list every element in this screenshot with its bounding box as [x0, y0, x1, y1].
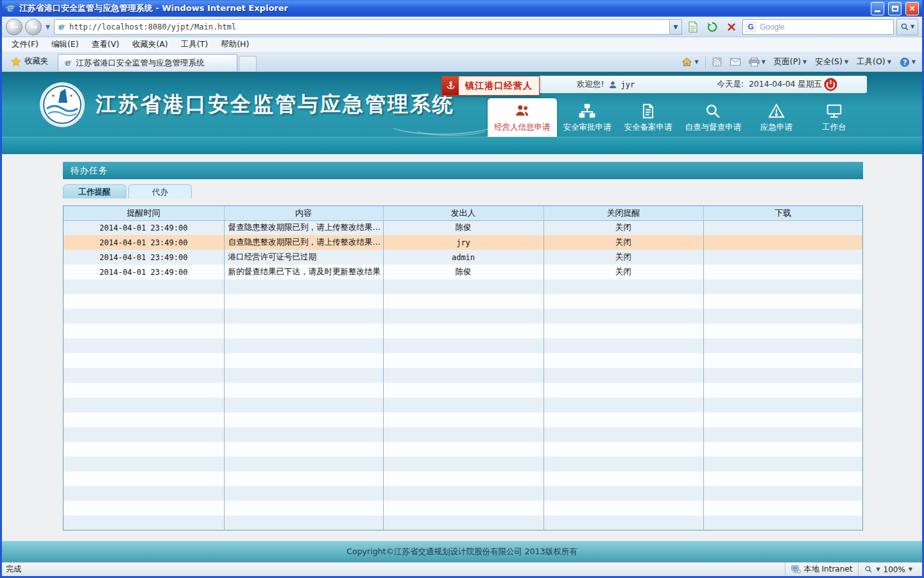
site-logo — [39, 82, 85, 128]
nav-emergency[interactable]: 应急申请 — [748, 98, 805, 137]
role-badge: 镇江港口经营人 — [441, 76, 540, 96]
power-icon — [824, 78, 837, 91]
nav-operator-info[interactable]: 经营人信息申请 — [488, 98, 557, 137]
refresh-icon[interactable] — [704, 19, 721, 35]
back-icon[interactable]: ← — [6, 19, 22, 35]
menu-help[interactable]: 帮助(H) — [215, 37, 255, 52]
site-footer: Copyright©江苏省交通规划设计院股份有限公司 2013版权所有 — [2, 541, 922, 562]
tools-button[interactable]: 工具(O)▼ — [853, 55, 895, 69]
anchor-icon — [442, 76, 459, 95]
nav-safety-record[interactable]: 安全备案申请 — [618, 98, 679, 137]
table-row-empty — [64, 457, 862, 471]
page-button[interactable]: 页面(P)▼ — [770, 55, 810, 69]
print-button[interactable]: ▼ — [745, 55, 769, 69]
close-reminder-link[interactable]: 关闭 — [615, 237, 631, 247]
table-row-empty — [64, 294, 862, 309]
page-content: 待办任务 工作提醒 代办 提醒时间 内容 发出人 关闭提醒 下载 — [2, 154, 922, 541]
status-text: 完成 — [6, 564, 21, 575]
home-button[interactable]: ▼ — [678, 55, 702, 69]
tab-agency[interactable]: 代办 — [128, 184, 192, 198]
zone-indicator: 本地 Intranet — [785, 563, 859, 576]
role-badge-label: 镇江港口经营人 — [459, 80, 539, 92]
maximize-button[interactable] — [888, 2, 902, 15]
tab-work-reminder[interactable]: 工作提醒 — [63, 184, 126, 198]
home-icon — [681, 57, 692, 67]
col-remind-time: 提醒时间 — [64, 206, 224, 220]
history-dropdown-icon[interactable]: ▼ — [44, 24, 51, 30]
table-row-empty — [64, 309, 862, 324]
browser-tab[interactable]: e 江苏省港口安全监管与应急管理系统 — [58, 54, 237, 71]
zoom-level: 100% — [884, 565, 905, 574]
printer-icon — [749, 57, 760, 67]
site-title: 江苏省港口安全监管与应急管理系统 — [96, 91, 455, 119]
close-button[interactable]: × — [905, 2, 919, 15]
command-bar: ▼ ▼ 页面(P)▼ 安全(S)▼ 工具(O)▼ ? — [678, 55, 920, 69]
favorites-bar: 收藏夹 e 江苏省港口安全监管与应急管理系统 ▼ ▼ — [2, 53, 922, 72]
svg-text:e: e — [6, 3, 13, 13]
table-row-empty — [64, 353, 862, 368]
document-icon — [640, 103, 656, 119]
date-group: 今天是: 2014-04-04 星期五 — [717, 79, 822, 90]
page-viewport: 江苏省港口安全监管与应急管理系统 镇江港口经营人 欢迎您! jyr 今天是: — [2, 72, 922, 562]
col-content: 内容 — [224, 206, 383, 220]
window-title: 江苏省港口安全监管与应急管理系统 - Windows Internet Expl… — [19, 3, 867, 14]
todo-table: 提醒时间 内容 发出人 关闭提醒 下载 2014-04-01 23:49:00 … — [63, 206, 863, 530]
address-dropdown-icon[interactable]: ▼ — [669, 20, 681, 34]
logout-button[interactable] — [824, 78, 837, 91]
new-tab-stub[interactable] — [239, 56, 257, 71]
username: jyr — [621, 80, 635, 89]
help-button[interactable]: ? ▼ — [896, 55, 920, 69]
close-reminder-link[interactable]: 关闭 — [615, 252, 631, 261]
window-titlebar: e 江苏省港口安全监管与应急管理系统 - Windows Internet Ex… — [2, 0, 922, 17]
panel-title: 待办任务 — [63, 162, 863, 179]
svg-text:e: e — [64, 58, 70, 67]
zoom-control[interactable]: ▼ 100% ▼ — [858, 563, 918, 576]
nav-workbench[interactable]: 工作台 — [805, 98, 863, 137]
menu-view[interactable]: 查看(V) — [86, 37, 125, 52]
favorites-button[interactable]: 收藏夹 — [4, 53, 55, 70]
menu-edit[interactable]: 编辑(E) — [46, 37, 85, 52]
close-reminder-link[interactable]: 关闭 — [615, 267, 631, 276]
welcome-group: 欢迎您! jyr — [577, 79, 635, 90]
table-row-empty — [64, 324, 862, 338]
zoom-icon — [864, 565, 873, 574]
menu-file[interactable]: 文件(F) — [6, 37, 44, 52]
menu-favorites[interactable]: 收藏夹(A) — [126, 37, 174, 52]
warning-icon — [768, 103, 785, 119]
col-close: 关闭提醒 — [543, 206, 703, 220]
nav-safety-approval[interactable]: 安全审批申请 — [557, 98, 618, 137]
stop-icon[interactable] — [723, 19, 740, 35]
google-icon: G — [746, 22, 756, 32]
table-row-empty — [64, 516, 862, 530]
close-reminder-link[interactable]: 关闭 — [615, 222, 631, 232]
forward-icon[interactable]: → — [25, 19, 42, 35]
user-icon — [608, 80, 617, 89]
table-row: 2014-04-01 23:49:00 港口经营许可证号已过期 admin 关闭 — [64, 250, 862, 265]
mail-button[interactable] — [726, 56, 744, 68]
nav-inspection[interactable]: 自查与督查申请 — [679, 98, 748, 137]
site-header: 江苏省港口安全监管与应急管理系统 镇江港口经营人 欢迎您! jyr 今天是: — [2, 72, 922, 137]
safety-button[interactable]: 安全(S)▼ — [811, 55, 852, 69]
table-row-empty — [64, 486, 862, 501]
compatibility-view-icon[interactable] — [685, 19, 701, 35]
star-icon — [11, 57, 21, 67]
ie-logo-icon: e — [5, 3, 15, 13]
url-input[interactable] — [69, 21, 666, 33]
search-button[interactable]: ▼ — [896, 19, 918, 35]
table-row-empty — [64, 442, 862, 457]
address-bar[interactable]: e ▼ — [54, 19, 682, 35]
date-value: 2014-04-04 星期五 — [749, 79, 822, 90]
todo-table-body: 2014-04-01 23:49:00 督查隐患整改期限已到，请上传整改结果… … — [64, 220, 862, 530]
welcome-label: 欢迎您! — [577, 79, 604, 90]
table-row-empty — [64, 501, 862, 516]
table-row-empty — [64, 338, 862, 353]
minimize-button[interactable] — [871, 2, 884, 15]
search-input[interactable] — [760, 21, 891, 33]
table-row-empty — [64, 368, 862, 383]
search-box[interactable]: G — [742, 19, 894, 35]
menu-tools[interactable]: 工具(T) — [175, 37, 214, 52]
mail-icon — [730, 58, 740, 66]
svg-text:?: ? — [903, 58, 907, 67]
feeds-button[interactable] — [708, 55, 726, 69]
magnifier-icon — [705, 103, 721, 119]
